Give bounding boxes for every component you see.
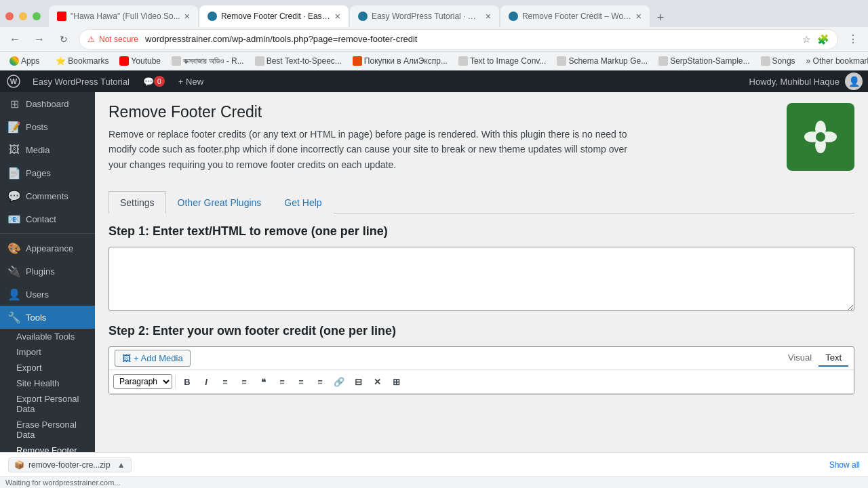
browser-tab-1[interactable]: "Hawa Hawa" (Full Video So... × <box>49 5 198 27</box>
sidebar-sub-import[interactable]: Import <box>0 344 95 360</box>
sidebar-sub-remove-footer[interactable]: Remove Footer Credit <box>0 443 95 452</box>
new-tab-button[interactable]: + <box>651 8 670 27</box>
wp-adminbar-new[interactable]: + New <box>173 70 209 92</box>
insert-button[interactable]: ⊟ <box>349 373 367 390</box>
browser-tab-4[interactable]: Remove Footer Credit – WordPr... × <box>500 5 650 27</box>
sidebar-item-comments[interactable]: 💬 Comments <box>0 184 95 207</box>
tab-get-help[interactable]: Get Help <box>273 191 333 214</box>
add-media-button[interactable]: 🖼 + Add Media <box>115 350 191 367</box>
sidebar-item-appearance[interactable]: 🎨 Appearance <box>0 237 95 260</box>
back-button[interactable]: ← <box>5 30 24 49</box>
bookmark-coxs[interactable]: কক্সবাজার অডিও - R... <box>167 55 248 67</box>
blockquote-button[interactable]: ❝ <box>254 373 272 390</box>
pages-icon: 📄 <box>8 167 20 179</box>
fullscreen-button[interactable]: ✕ <box>368 373 386 390</box>
tab-close-1[interactable]: × <box>184 11 190 22</box>
bookmark-img[interactable]: Text to Image Conv... <box>454 55 551 67</box>
tab-close-2[interactable]: × <box>335 11 340 22</box>
bookmark-serp-label: SerpStation-Sample... <box>670 56 749 66</box>
wp-adminbar-comments[interactable]: 💬 0 <box>138 70 170 92</box>
ordered-list-button[interactable]: ≡ <box>235 373 253 390</box>
bookmark-songs[interactable]: Songs <box>757 55 800 67</box>
kitchen-sink-button[interactable]: ⊞ <box>387 373 405 390</box>
sidebar-sub-export[interactable]: Export <box>0 360 95 375</box>
status-text: Waiting for wordpresstrainer.com... <box>5 479 121 487</box>
browser-addressbar: ← → ↻ ⚠ Not secure wordpresstrainer.com/… <box>0 27 868 52</box>
wp-logo[interactable]: W <box>5 73 22 89</box>
bookmark-bookmarks[interactable]: ⭐ Bookmarks <box>52 55 113 67</box>
ali-icon <box>353 56 362 66</box>
browser-tab-2[interactable]: Remove Footer Credit · Easy Wo... × <box>199 5 349 27</box>
users-icon: 👤 <box>8 288 20 300</box>
editor-view-text[interactable]: Text <box>818 350 848 367</box>
bookmark-youtube[interactable]: Youtube <box>115 55 165 67</box>
sidebar-item-label-plugins: Plugins <box>26 266 55 277</box>
align-left-button[interactable]: ≡ <box>273 373 291 390</box>
plugins-icon: 🔌 <box>8 265 20 277</box>
bookmark-ali[interactable]: Покупки в АлиЭкспр... <box>349 55 452 67</box>
menu-button[interactable]: ⋮ <box>844 30 863 49</box>
star-icon[interactable]: ☆ <box>800 33 813 46</box>
address-text: wordpresstrainer.com/wp-admin/tools.php?… <box>145 34 417 44</box>
sidebar-item-media[interactable]: 🖼 Media <box>0 138 95 161</box>
align-right-button[interactable]: ≡ <box>311 373 329 390</box>
sidebar-sub-erase-personal[interactable]: Erase Personal Data <box>0 417 95 443</box>
bookmark-other[interactable]: » Other bookmarks <box>802 55 868 67</box>
songs-icon <box>761 56 770 66</box>
bookmark-serp[interactable]: SerpStation-Sample... <box>654 55 753 67</box>
sidebar-item-users[interactable]: 👤 Users <box>0 283 95 306</box>
browser-titlebar: "Hawa Hawa" (Full Video So... × Remove F… <box>0 0 868 27</box>
bookmark-schema[interactable]: Schema Markup Ge... <box>553 55 652 67</box>
link-button[interactable]: 🔗 <box>330 373 348 390</box>
tab-settings[interactable]: Settings <box>108 191 166 214</box>
download-item[interactable]: 📦 remove-footer-cre...zip ▲ <box>8 458 132 472</box>
tab-close-3[interactable]: × <box>486 11 491 22</box>
italic-button[interactable]: I <box>197 373 215 390</box>
step1-title: Step 1: Enter text/HTML to remove (one p… <box>108 224 854 239</box>
tab-favicon-3 <box>358 12 368 21</box>
coxs-icon <box>172 56 181 66</box>
close-window-btn[interactable] <box>5 12 14 20</box>
browser-tab-3[interactable]: Easy WordPress Tutorial · Effort... × <box>350 5 499 27</box>
align-center-button[interactable]: ≡ <box>292 373 310 390</box>
paragraph-select[interactable]: Paragraph <box>113 374 172 389</box>
bookmark-bookmarks-icon: ⭐ <box>56 56 66 66</box>
tab-close-4[interactable]: × <box>636 11 642 22</box>
step1-textarea[interactable] <box>108 247 854 311</box>
editor-view-tabs: Visual Text <box>781 350 848 367</box>
maximize-window-btn[interactable] <box>33 12 41 20</box>
wp-howdy: Howdy, Muhibul Haque <box>749 77 840 87</box>
sidebar-sub-available-tools[interactable]: Available Tools <box>0 329 95 344</box>
wp-adminbar-site[interactable]: Easy WordPress Tutorial <box>27 70 135 92</box>
download-icon: 📦 <box>14 460 24 470</box>
unordered-list-button[interactable]: ≡ <box>216 373 234 390</box>
sidebar-item-pages[interactable]: 📄 Pages <box>0 161 95 184</box>
address-bar[interactable]: ⚠ Not secure wordpresstrainer.com/wp-adm… <box>79 29 838 49</box>
wp-comments-icon: 💬 <box>143 77 154 87</box>
forward-button[interactable]: → <box>30 30 49 49</box>
apps-icon <box>9 56 19 66</box>
sidebar-item-contact[interactable]: 📧 Contact <box>0 207 95 230</box>
sidebar-item-dashboard[interactable]: ⊞ Dashboard <box>0 92 95 115</box>
bookmark-tts[interactable]: Best Text-to-Speec... <box>251 55 346 67</box>
plugin-tabs: Settings Other Great Plugins Get Help <box>108 191 854 214</box>
bold-button[interactable]: B <box>178 373 196 390</box>
reload-button[interactable]: ↻ <box>54 30 73 49</box>
sidebar-item-plugins[interactable]: 🔌 Plugins <box>0 260 95 283</box>
bookmark-apps-label: Apps <box>21 56 39 66</box>
sidebar-item-posts[interactable]: 📝 Posts <box>0 115 95 138</box>
sidebar-item-label-appearance: Appearance <box>26 243 73 253</box>
sidebar-sub-export-personal[interactable]: Export Personal Data <box>0 391 95 417</box>
show-all-button[interactable]: Show all <box>829 460 860 470</box>
download-expand-icon[interactable]: ▲ <box>117 460 125 470</box>
sidebar-item-label-posts: Posts <box>26 122 48 132</box>
extensions-icon[interactable]: 🧩 <box>816 33 829 46</box>
sidebar-item-tools[interactable]: 🔧 Tools <box>0 306 95 329</box>
minimize-window-btn[interactable] <box>19 12 27 20</box>
plugin-logo-svg <box>800 117 841 157</box>
bookmark-apps[interactable]: Apps <box>5 55 43 67</box>
wp-logo-svg: W <box>7 75 20 88</box>
editor-view-visual[interactable]: Visual <box>781 350 818 367</box>
tab-other-plugins[interactable]: Other Great Plugins <box>166 191 273 214</box>
sidebar-sub-site-health[interactable]: Site Health <box>0 375 95 391</box>
